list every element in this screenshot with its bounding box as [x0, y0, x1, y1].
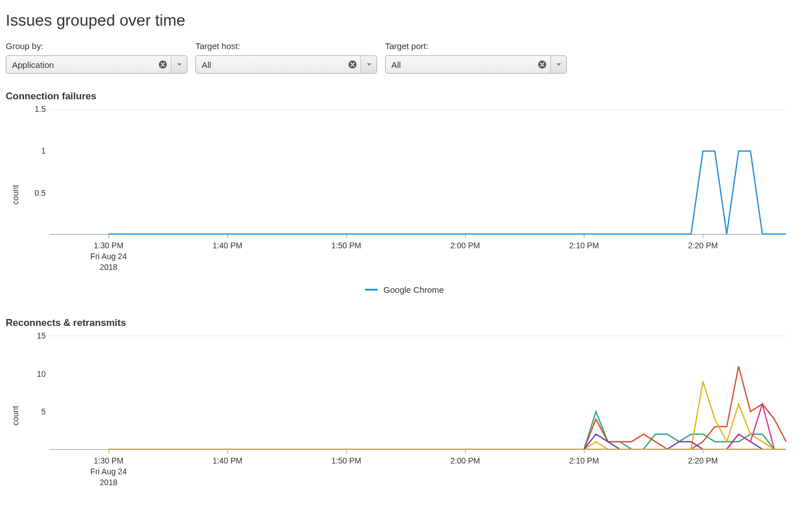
- target-host-value: All: [196, 60, 345, 70]
- y-tick: 5: [29, 407, 46, 416]
- y-axis-label: count: [11, 406, 20, 425]
- y-tick: 1: [29, 146, 46, 155]
- clear-icon[interactable]: [345, 60, 361, 69]
- x-tick: 1:40 PM: [213, 240, 242, 251]
- series-line: [109, 412, 786, 449]
- group-by-value: Application: [6, 60, 155, 70]
- x-tick: 2:20 PM: [688, 240, 718, 251]
- series-line: [109, 366, 786, 449]
- series-line: [109, 151, 786, 234]
- x-tick: 1:50 PM: [331, 240, 361, 251]
- chevron-down-icon[interactable]: [171, 56, 187, 73]
- x-ticks: 1:30 PM Fri Aug 24 20181:40 PM1:50 PM2:0…: [49, 452, 786, 495]
- chart-connection-failures: Connection failures count 1.510.5 1:30 P…: [6, 91, 803, 295]
- y-tick: 10: [29, 369, 46, 378]
- y-tick: 1.5: [29, 104, 46, 114]
- y-tick: 0.5: [29, 188, 46, 198]
- chart-legend: Google Chrome: [6, 285, 803, 295]
- legend-label: Google Chrome: [383, 285, 444, 295]
- x-tick: 2:00 PM: [450, 456, 480, 466]
- chart-reconnects-retransmits: Reconnects & retransmits count 15105 1:3…: [6, 317, 803, 495]
- chart-title: Reconnects & retransmits: [6, 317, 803, 329]
- plot-area[interactable]: [49, 336, 786, 450]
- group-by-select[interactable]: Application: [6, 55, 187, 74]
- clear-icon[interactable]: [534, 60, 550, 69]
- x-tick: 2:10 PM: [569, 456, 599, 466]
- x-tick: 2:20 PM: [688, 456, 718, 466]
- x-tick: 1:50 PM: [331, 456, 361, 466]
- clear-icon[interactable]: [155, 60, 171, 69]
- page-title: Issues grouped over time: [6, 11, 803, 30]
- filter-label-target-port: Target port:: [385, 41, 567, 51]
- filter-target-host: Target host: All: [195, 41, 377, 74]
- target-host-select[interactable]: All: [195, 55, 377, 74]
- target-port-select[interactable]: All: [385, 55, 567, 74]
- filter-group-by: Group by: Application: [6, 41, 187, 74]
- x-tick: 1:30 PM Fri Aug 24 2018: [90, 240, 127, 273]
- chart-title: Connection failures: [6, 91, 803, 102]
- plot-area[interactable]: [49, 109, 786, 235]
- chevron-down-icon[interactable]: [361, 56, 377, 73]
- x-tick: 2:00 PM: [450, 240, 480, 251]
- x-ticks: 1:30 PM Fri Aug 24 20181:40 PM1:50 PM2:0…: [49, 237, 786, 280]
- target-port-value: All: [386, 60, 534, 70]
- chevron-down-icon[interactable]: [550, 56, 566, 73]
- legend-swatch: [365, 289, 378, 291]
- y-ticks: 1.510.5: [29, 109, 46, 235]
- filter-label-group-by: Group by:: [6, 41, 187, 51]
- x-tick: 2:10 PM: [569, 240, 599, 251]
- filter-target-port: Target port: All: [385, 41, 567, 74]
- series-line: [109, 434, 786, 449]
- filter-label-target-host: Target host:: [195, 41, 377, 51]
- y-tick: 15: [29, 331, 46, 340]
- x-tick: 1:30 PM Fri Aug 24 2018: [90, 456, 127, 488]
- y-axis-label: count: [11, 185, 20, 204]
- series-line: [109, 381, 786, 449]
- series-line: [109, 404, 786, 449]
- x-tick: 1:40 PM: [213, 456, 242, 466]
- filter-bar: Group by: Application Target host: All T…: [6, 41, 803, 74]
- y-ticks: 15105: [29, 336, 46, 450]
